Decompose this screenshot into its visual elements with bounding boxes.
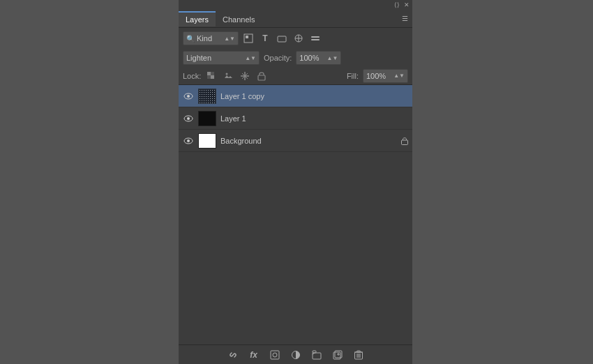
svg-rect-2 [278, 36, 286, 42]
panel-menu-icon[interactable]: ☰ [402, 15, 412, 22]
svg-point-17 [187, 95, 190, 98]
svg-point-25 [273, 353, 277, 357]
delete-layer-btn[interactable] [352, 348, 366, 362]
layer-lock-background [401, 137, 408, 145]
svg-rect-8 [207, 75, 211, 79]
svg-rect-6 [207, 72, 211, 75]
layers-panel: ⟨⟩ ✕ Layers Channels ☰ 🔍 Kind ▲▼ T [179, 0, 412, 364]
new-layer-btn[interactable] [331, 348, 345, 362]
tab-channels[interactable]: Channels [216, 11, 262, 26]
new-adjustment-btn[interactable] [289, 348, 303, 362]
lock-fill-row: Lock: [179, 67, 412, 85]
layer-item-layer1[interactable]: Layer 1 [179, 107, 412, 130]
svg-rect-4 [311, 36, 320, 38]
svg-line-23 [232, 354, 234, 356]
text-filter-icon[interactable]: T [258, 31, 272, 45]
layer-visibility-layer1[interactable] [183, 115, 194, 122]
kind-filter-select[interactable]: 🔍 Kind ▲▼ [183, 31, 239, 45]
blend-mode-select[interactable]: Lighten ▲▼ [183, 51, 260, 65]
fill-input[interactable]: 100% ▲▼ [363, 69, 408, 83]
layer-visibility-background[interactable] [183, 137, 194, 144]
close-icon[interactable]: ✕ [404, 1, 410, 8]
layer-item-layer1copy[interactable]: Layer 1 copy [179, 85, 412, 107]
group-layers-btn[interactable] [310, 348, 324, 362]
layer-visibility-layer1copy[interactable] [183, 93, 194, 100]
svg-point-19 [187, 117, 190, 120]
svg-rect-7 [211, 72, 214, 75]
lock-position-btn[interactable] [239, 70, 251, 82]
lock-transparent-btn[interactable] [205, 70, 218, 82]
opacity-arrow: ▲▼ [327, 55, 338, 61]
adjustment-filter-icon[interactable] [292, 31, 306, 45]
fill-arrow: ▲▼ [393, 73, 405, 79]
svg-rect-5 [311, 39, 320, 40]
image-filter-icon[interactable] [241, 31, 255, 45]
collapse-icon[interactable]: ⟨⟩ [394, 1, 400, 8]
add-style-btn[interactable]: fx [247, 348, 261, 362]
search-icon: 🔍 [186, 35, 195, 43]
add-mask-btn[interactable] [268, 348, 282, 362]
smart-filter-icon[interactable] [308, 31, 322, 45]
layer-thumb-background [198, 133, 216, 149]
link-layers-btn[interactable] [226, 348, 240, 362]
blend-opacity-row: Lighten ▲▼ Opacity: 100% ▲▼ [179, 49, 412, 67]
svg-rect-35 [356, 351, 360, 352]
svg-rect-24 [271, 351, 279, 359]
shape-filter-icon[interactable] [275, 31, 289, 45]
svg-rect-9 [211, 75, 214, 79]
lock-image-btn[interactable] [222, 70, 234, 82]
svg-rect-28 [313, 351, 316, 353]
layer-item-background[interactable]: Background [179, 130, 412, 152]
svg-rect-1 [246, 36, 248, 38]
tab-row: Layers Channels ☰ [179, 10, 412, 28]
svg-rect-15 [258, 75, 265, 80]
kind-dropdown-arrow: ▲▼ [224, 36, 235, 42]
layer-thumb-layer1copy [198, 89, 216, 104]
panel-top-bar: ⟨⟩ ✕ [179, 0, 412, 10]
lock-all-btn[interactable] [255, 70, 268, 82]
blend-mode-arrow: ▲▼ [245, 55, 256, 61]
opacity-input[interactable]: 100% ▲▼ [296, 51, 341, 65]
filter-row: 🔍 Kind ▲▼ T [179, 28, 412, 49]
svg-rect-22 [402, 140, 408, 145]
layer-list: Layer 1 copy Layer 1 Background [179, 85, 412, 344]
svg-point-10 [226, 73, 228, 75]
layer-thumb-layer1 [198, 111, 216, 126]
bottom-toolbar: fx [179, 344, 412, 364]
tab-layers[interactable]: Layers [179, 11, 216, 26]
svg-point-21 [187, 139, 190, 142]
